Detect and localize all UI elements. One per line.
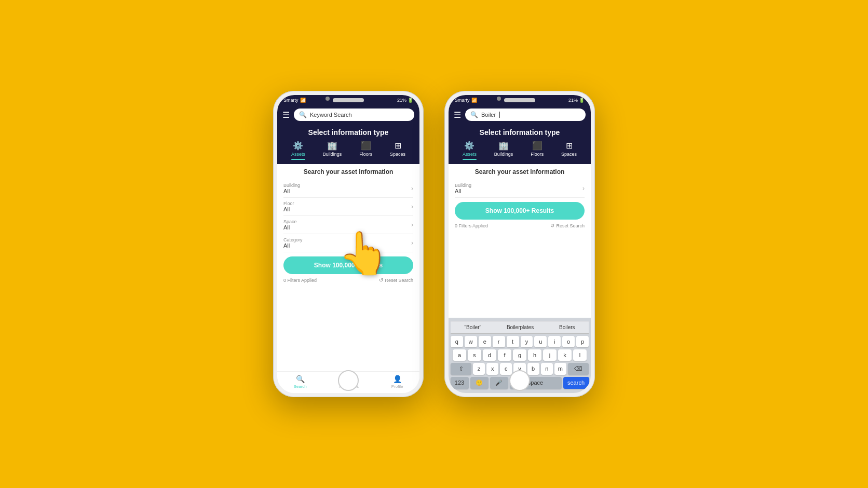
kb-backspace[interactable]: ⌫ xyxy=(568,363,589,375)
filter-building-left[interactable]: Building All › xyxy=(283,180,413,198)
kb-a[interactable]: a xyxy=(453,349,466,361)
reset-search-label-right: Reset Search xyxy=(556,223,585,228)
filter-category-left[interactable]: Category All › xyxy=(283,234,413,252)
tabs-row-left: ⚙️ Assets 🏢 Buildings ⬛ Floors ⊞ Spa xyxy=(282,141,414,160)
tab-assets-left[interactable]: ⚙️ Assets xyxy=(291,141,305,160)
assets-icon-right: ⚙️ xyxy=(464,141,474,151)
hamburger-icon-right[interactable]: ☰ xyxy=(454,110,461,120)
kb-r[interactable]: r xyxy=(493,336,505,347)
kb-m[interactable]: m xyxy=(554,363,566,375)
kb-row-2: a s d f g h j k l xyxy=(451,349,589,361)
chevron-building-right: › xyxy=(582,185,585,192)
reset-search-btn-left[interactable]: ↺ Reset Search xyxy=(379,277,413,283)
reset-search-btn-right[interactable]: ↺ Reset Search xyxy=(550,223,585,228)
kb-y[interactable]: y xyxy=(521,336,533,347)
status-right-left: 21% 🔋 xyxy=(397,98,413,103)
phone-right: Smarty 📶 16:34 21% 🔋 ☰ 🔍 Boiler xyxy=(444,91,595,397)
status-left-right: Smarty 📶 xyxy=(455,98,477,103)
autocomplete-boilers[interactable]: Boilers xyxy=(556,323,578,331)
kb-h[interactable]: h xyxy=(528,349,541,361)
kb-e[interactable]: e xyxy=(479,336,491,347)
filter-building-info-right: Building All xyxy=(455,183,471,194)
phone-left: Smarty 📶 16:34 21% 🔋 ☰ 🔍 Keyword Search xyxy=(273,91,424,397)
kb-w[interactable]: w xyxy=(465,336,477,347)
kb-p[interactable]: p xyxy=(576,336,589,347)
tab-spaces-right[interactable]: ⊞ Spaces xyxy=(561,141,577,160)
kb-n[interactable]: n xyxy=(541,363,553,375)
status-left-left: Smarty 📶 xyxy=(283,98,306,103)
chevron-building-left: › xyxy=(411,185,413,192)
kb-s[interactable]: s xyxy=(468,349,481,361)
tab-assets-underline-right xyxy=(463,159,477,160)
spaces-icon-right: ⊞ xyxy=(566,141,573,151)
tab-spaces-left[interactable]: ⊞ Spaces xyxy=(390,141,405,160)
tabs-row-right: ⚙️ Assets 🏢 Buildings ⬛ Floors ⊞ Spa xyxy=(454,141,586,160)
filter-space-label-left: Space xyxy=(283,219,297,224)
filter-building-value-left: All xyxy=(283,188,300,194)
phone-home-right[interactable] xyxy=(509,370,530,391)
search-value-right: Boiler xyxy=(481,112,496,118)
buildings-icon-right: 🏢 xyxy=(498,141,509,151)
search-placeholder-left: Keyword Search xyxy=(310,112,352,118)
nav-search-left[interactable]: 🔍 Search xyxy=(293,375,306,389)
hamburger-icon-left[interactable]: ☰ xyxy=(282,110,290,120)
info-type-left: Select information type ⚙️ Assets 🏢 Buil… xyxy=(277,124,419,164)
search-body-title-right: Search your asset information xyxy=(455,168,585,175)
filter-floor-left[interactable]: Floor All › xyxy=(283,198,413,216)
reset-icon-left: ↺ xyxy=(379,277,383,283)
phone-left-inner: Smarty 📶 16:34 21% 🔋 ☰ 🔍 Keyword Search xyxy=(277,95,419,393)
filter-floor-value-left: All xyxy=(283,206,294,212)
kb-l[interactable]: l xyxy=(573,349,587,361)
kb-mic[interactable]: 🎤 xyxy=(490,377,508,389)
kb-k[interactable]: k xyxy=(558,349,572,361)
filter-space-value-left: All xyxy=(283,224,297,231)
kb-123[interactable]: 123 xyxy=(451,377,469,389)
kb-q[interactable]: q xyxy=(451,336,463,347)
nav-profile-icon-left: 👤 xyxy=(393,375,402,383)
search-bar-right[interactable]: 🔍 Boiler xyxy=(465,109,586,121)
kb-search[interactable]: search xyxy=(563,377,589,389)
search-bar-left[interactable]: 🔍 Keyword Search xyxy=(294,109,414,121)
tab-floors-label-right: Floors xyxy=(531,152,544,157)
tab-assets-right[interactable]: ⚙️ Assets xyxy=(463,141,477,160)
tab-buildings-right[interactable]: 🏢 Buildings xyxy=(494,141,513,160)
carrier-left: Smarty xyxy=(283,98,299,103)
kb-b[interactable]: b xyxy=(527,363,539,375)
autocomplete-boiler-quoted[interactable]: "Boiler" xyxy=(461,323,484,331)
kb-emoji[interactable]: 🙂 xyxy=(470,377,489,389)
phone-home-left[interactable] xyxy=(338,370,359,391)
autocomplete-row: "Boiler" Boilerplates Boilers xyxy=(451,321,589,334)
tab-floors-right[interactable]: ⬛ Floors xyxy=(531,141,544,160)
search-icon-right: 🔍 xyxy=(470,111,478,118)
app-header-left: ☰ 🔍 Keyword Search xyxy=(277,105,419,124)
filters-applied-row-left: 0 Filters Applied ↺ Reset Search xyxy=(283,277,413,283)
battery-right: 21% xyxy=(568,98,578,103)
kb-j[interactable]: j xyxy=(543,349,557,361)
kb-u[interactable]: u xyxy=(534,336,547,347)
kb-d[interactable]: d xyxy=(483,349,496,361)
spaces-icon-left: ⊞ xyxy=(395,141,401,151)
kb-o[interactable]: o xyxy=(562,336,575,347)
tab-buildings-label-left: Buildings xyxy=(323,152,342,157)
tab-floors-left[interactable]: ⬛ Floors xyxy=(359,141,372,160)
kb-c[interactable]: c xyxy=(500,363,512,375)
info-type-right: Select information type ⚙️ Assets 🏢 Buil… xyxy=(449,124,591,164)
show-results-btn-right[interactable]: Show 100,000+ Results xyxy=(455,202,585,220)
filter-building-right[interactable]: Building All › xyxy=(455,180,585,198)
nav-profile-left[interactable]: 👤 Profile xyxy=(391,375,403,389)
autocomplete-boilerplates[interactable]: Boilerplates xyxy=(504,323,537,331)
filter-space-left[interactable]: Space All › xyxy=(283,216,413,234)
kb-g[interactable]: g xyxy=(513,349,526,361)
info-type-title-right: Select information type xyxy=(454,128,586,137)
show-results-btn-left[interactable]: Show 100,000+ Results xyxy=(283,256,413,274)
kb-x[interactable]: x xyxy=(486,363,498,375)
wifi-icon-left: 📶 xyxy=(300,98,306,103)
kb-t[interactable]: t xyxy=(507,336,519,347)
kb-z[interactable]: z xyxy=(473,363,485,375)
kb-f[interactable]: f xyxy=(498,349,511,361)
tab-buildings-left[interactable]: 🏢 Buildings xyxy=(323,141,342,160)
kb-i[interactable]: i xyxy=(548,336,561,347)
search-icon-left: 🔍 xyxy=(299,111,307,118)
chevron-floor-left: › xyxy=(411,203,413,210)
kb-shift[interactable]: ⇧ xyxy=(451,363,471,375)
